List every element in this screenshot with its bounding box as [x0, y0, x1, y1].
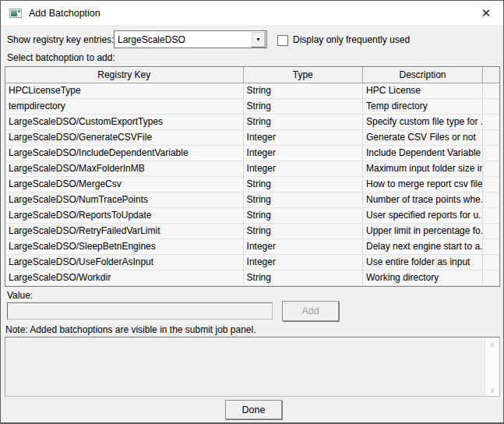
chevron-down-icon: ▼ [256, 37, 261, 42]
column-header-spacer [483, 67, 499, 83]
cell-description: Use entire folder as input [363, 255, 483, 270]
cell-type: String [244, 115, 363, 130]
cell-description: Generate CSV Files or not [363, 130, 483, 146]
value-label: Value: [7, 290, 33, 301]
column-header-type[interactable]: Type [244, 67, 363, 83]
cell-type: String [244, 193, 363, 208]
cell-spacer [483, 224, 499, 239]
cell-spacer [483, 177, 499, 193]
cell-type: Integer [244, 255, 363, 270]
add-batchoption-dialog: Add Batchoption ✕ Show registry key entr… [0, 0, 504, 424]
cell-registry-key: LargeScaleDSO/NumTracePoints [5, 193, 244, 208]
cell-type: String [244, 224, 363, 239]
cell-type: Integer [244, 146, 363, 161]
table-row[interactable]: tempdirectory String Temp directory [5, 99, 499, 115]
table-row[interactable]: LargeScaleDSO/SleepBetnEngines Integer D… [5, 239, 499, 255]
cell-description: Specify custom file type for ... [363, 115, 483, 130]
frequently-used-checkbox[interactable] [277, 35, 288, 46]
cell-registry-key: HPCLicenseType [5, 83, 244, 99]
cell-type: String [244, 208, 363, 224]
cell-spacer [483, 115, 499, 130]
frequently-used-label: Display only frequently used [293, 34, 410, 45]
cell-spacer [483, 83, 499, 99]
cell-spacer [483, 146, 499, 161]
window-title: Add Batchoption [29, 8, 100, 19]
table-row[interactable]: LargeScaleDSO/Workdir String Working dir… [5, 270, 499, 286]
column-header-description[interactable]: Description [363, 67, 483, 83]
table-row[interactable]: HPCLicenseType String HPC License [5, 83, 499, 99]
cell-type: Integer [244, 239, 363, 255]
cell-type: String [244, 270, 363, 286]
close-icon[interactable]: ✕ [478, 5, 495, 22]
cell-spacer [483, 161, 499, 177]
cell-description: Include Dependent Variable ... [363, 146, 483, 161]
note-label: Note: Added batchoptions are visible in … [5, 324, 256, 335]
scroll-up-icon[interactable]: ∧ [485, 337, 499, 350]
app-icon-teal-pane [11, 10, 17, 16]
cell-registry-key: LargeScaleDSO/MergeCsv [5, 177, 244, 193]
batchoption-table: Registry Key Type Description HPCLicense… [5, 66, 500, 287]
table-row[interactable]: LargeScaleDSO/CustomExportTypes String S… [5, 115, 499, 130]
app-icon-stripe [18, 10, 20, 12]
table-body: HPCLicenseType String HPC License tempdi… [5, 83, 499, 286]
done-button[interactable]: Done [225, 400, 282, 419]
cell-spacer [483, 208, 499, 224]
cell-description: Upper limit in percentage fo... [363, 224, 483, 239]
cell-registry-key: LargeScaleDSO/CustomExportTypes [5, 115, 244, 130]
cell-description: HPC License [363, 83, 483, 99]
table-row[interactable]: LargeScaleDSO/NumTracePoints String Numb… [5, 193, 499, 208]
cell-description: Maximum input folder size in... [363, 161, 483, 177]
value-input[interactable] [7, 302, 273, 320]
select-batchoption-label: Select batchoption to add: [7, 52, 115, 63]
cell-type: String [244, 99, 363, 115]
cell-description: Working directory [363, 270, 483, 286]
cell-type: String [244, 83, 363, 99]
cell-registry-key: tempdirectory [5, 99, 244, 115]
dropdown-button[interactable]: ▼ [251, 31, 266, 48]
cell-registry-key: LargeScaleDSO/RetryFailedVarLimit [5, 224, 244, 239]
table-row[interactable]: LargeScaleDSO/UseFolderAsInput Integer U… [5, 255, 499, 270]
table-header: Registry Key Type Description [5, 67, 499, 83]
cell-description: User specified reports for u... [363, 208, 483, 224]
cell-type: String [244, 177, 363, 193]
table-row[interactable]: LargeScaleDSO/RetryFailedVarLimit String… [5, 224, 499, 239]
registry-key-select[interactable]: LargeScaleDSO ▼ [114, 30, 267, 48]
added-batchoptions-panel[interactable]: ∧ ∨ [5, 337, 500, 397]
table-row[interactable]: LargeScaleDSO/IncludeDependentVariable I… [5, 146, 499, 161]
table-row[interactable]: LargeScaleDSO/ReportsToUpdate String Use… [5, 208, 499, 224]
cell-spacer [483, 130, 499, 146]
cell-registry-key: LargeScaleDSO/UseFolderAsInput [5, 255, 244, 270]
add-button[interactable]: Add [282, 301, 339, 321]
app-icon [9, 9, 22, 18]
registry-key-selected-value: LargeScaleDSO [115, 34, 251, 45]
cell-registry-key: LargeScaleDSO/ReportsToUpdate [5, 208, 244, 224]
cell-registry-key: LargeScaleDSO/GenerateCSVFile [5, 130, 244, 146]
table-row[interactable]: LargeScaleDSO/MergeCsv String How to mer… [5, 177, 499, 193]
cell-description: Number of trace points whe... [363, 193, 483, 208]
cell-spacer [483, 193, 499, 208]
cell-spacer [483, 239, 499, 255]
vertical-scrollbar[interactable]: ∧ ∨ [485, 337, 499, 396]
table-row[interactable]: LargeScaleDSO/GenerateCSVFile Integer Ge… [5, 130, 499, 146]
cell-type: Integer [244, 161, 363, 177]
cell-spacer [483, 99, 499, 115]
cell-description: Delay next engine start to a... [363, 239, 483, 255]
cell-spacer [483, 270, 499, 286]
cell-type: Integer [244, 130, 363, 146]
scroll-down-icon[interactable]: ∨ [485, 383, 499, 396]
cell-description: Temp directory [363, 99, 483, 115]
cell-registry-key: LargeScaleDSO/Workdir [5, 270, 244, 286]
registry-entries-label: Show registry key entries: [7, 34, 114, 45]
cell-registry-key: LargeScaleDSO/SleepBetnEngines [5, 239, 244, 255]
cell-spacer [483, 255, 499, 270]
cell-description: How to merge report csv files [363, 177, 483, 193]
cell-registry-key: LargeScaleDSO/IncludeDependentVariable [5, 146, 244, 161]
table-row[interactable]: LargeScaleDSO/MaxFolderInMB Integer Maxi… [5, 161, 499, 177]
column-header-registry-key[interactable]: Registry Key [5, 67, 244, 83]
cell-registry-key: LargeScaleDSO/MaxFolderInMB [5, 161, 244, 177]
title-bar: Add Batchoption ✕ [1, 1, 503, 25]
